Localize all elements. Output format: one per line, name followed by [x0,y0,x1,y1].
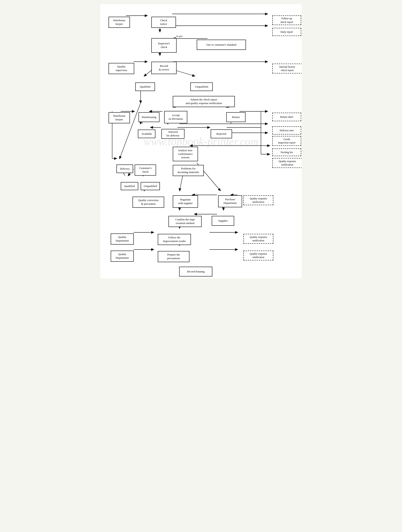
packing-list-box: Packing list [272,148,301,156]
internal-factory-label: Internal factorycheck report [279,65,295,72]
record-keeping-box: Record keeping [179,267,212,277]
qualified-1-label: Qualified [140,85,150,89]
analyze-box: Analyze non-conformancereasons [173,147,198,161]
record-keeping-label: Record keeping [187,270,205,273]
daily-report-label: Daily report [280,30,293,34]
quality-supervisor-box: Qualitysupervisor [108,63,134,74]
unqualified-2-label: Unqualified [144,184,157,188]
quality-response-3-label: Quality responsenotification [250,235,267,242]
accept-deviation-label: Accepton Deviation [169,114,183,121]
quality-correction-box: Quality correction& precaution [132,196,164,208]
available-box: Available [138,130,155,138]
supplier-box: Supplier [212,216,234,226]
internal-factory-box: Internal factorycheck report [272,63,302,73]
quality-response-1-box: Quality responsenotification [272,158,302,168]
quality-correction-label: Quality correction& precaution [138,198,159,206]
rejected-box: Rejected [211,129,232,138]
quality-response-4-label: Quality responsenotification [250,252,267,259]
qualified-2-label: Qualified [124,184,135,188]
prepare-precautions-box: Prepare theprecautions [158,251,189,262]
purchase-dept-label: PurchaseDepartment [223,198,237,205]
warehouse-keeper-2-label: Warehousekeeper [113,114,125,121]
goods-inspection-box: Goodsinspection report [272,136,301,146]
quality-dept-2-label: QualityDepartment [116,253,129,260]
unqualified-1-label: Unqualified [195,85,208,89]
unqualified-1-box: Unqualified [190,82,213,91]
check-notice-box: Checknotice [151,17,176,28]
followup-check-box: Follow-upcheck report [272,15,301,25]
delivery-box: Delivery [116,165,133,173]
delivery-label: Delivery [120,167,130,171]
confirm-improvement-label: Confirm the improvement method [175,218,195,225]
return-sheet-box: Return sheet [272,113,301,121]
quality-dept-1-label: QualityDepartment [116,235,129,243]
qualified-1-box: Qualified [135,82,155,91]
negotiate-box: Negotiatewith supplier [173,195,198,208]
customers-check-box: Customer'scheck [135,165,156,176]
flowchart: Warehouse keeper Checknotice Follow-upch… [105,11,297,272]
submit-check-label: Submit the check reportand quality respo… [186,98,222,105]
quality-dept-1-box: QualityDepartment [111,234,134,245]
selected-delivery-box: Selectedfor delivery [161,129,184,139]
prepare-precautions-label: Prepare theprecautions [167,253,180,260]
quality-response-4-box: Quality responsenotification [243,251,273,260]
return-sheet-label: Return sheet [280,115,293,119]
delivery-note-box: Delivery note [272,126,301,134]
analyze-label: Analyze non-conformancereasons [178,149,193,159]
delivery-note-label: Delivery note [280,129,294,132]
warehouse-keeper-2-box: Warehousekeeper [108,112,130,123]
inspectors-check-box: Inspector'scheck [151,38,177,53]
record-review-label: Record& review [159,64,169,71]
problems-incoming-box: Problems forincoming materials [173,165,204,176]
quality-dept-2-box: QualityDepartment [111,251,134,262]
quality-response-1-label: Quality responsenotification [279,159,296,166]
quality-response-3-box: Quality responsenotification [243,234,273,244]
return-box: Return [226,112,245,122]
unqualified-2-box: Unqualified [141,182,160,190]
selected-delivery-label: Selectedfor delivery [166,130,179,138]
negotiate-label: Negotiatewith supplier [178,198,193,205]
check-notice-label: Checknotice [160,19,167,26]
submit-check-box: Submit the check reportand quality respo… [173,96,235,107]
quality-supervisor-label: Qualitysupervisor [116,65,127,72]
quality-response-2-box: Quality responsenotification [243,195,273,205]
customers-check-label: Customer'scheck [139,166,151,174]
supplier-label: Supplier [218,219,227,223]
available-label: Available [141,132,152,136]
our-customer-standard-box: Our or customer's standard [197,40,246,50]
follow-improvement-label: Follow theimprovement results [163,236,186,243]
warehousing-label: Warehousing [142,115,156,119]
problems-incoming-label: Problems forincoming materials [177,167,199,174]
confirm-improvement-box: Confirm the improvement method [169,216,202,227]
our-customer-standard-label: Our or customer's standard [206,43,236,47]
follow-improvement-box: Follow theimprovement results [158,234,191,245]
warehousing-box: Warehousing [138,112,159,122]
packing-list-label: Packing list [281,151,293,154]
warehouse-keeper-1-box: Warehouse keeper [108,17,130,28]
return-label: Return [232,115,239,119]
record-review-box: Record& review [151,62,177,74]
rejected-label: Rejected [216,132,226,136]
followup-check-label: Follow-upcheck report [280,17,293,24]
warehouse-keeper-1-label: Warehouse keeper [110,19,128,26]
inspectors-check-label: Inspector'scheck [158,42,170,49]
goods-inspection-label: Goodsinspection report [278,138,295,144]
purchase-dept-box: PurchaseDepartment [218,195,242,207]
qualified-2-box: Qualified [121,182,138,190]
accept-deviation-box: Accepton Deviation [164,111,187,123]
page: www.topbook-printer.com As per [100,4,302,279]
daily-report-box: Daily report [272,28,301,36]
quality-response-2-label: Quality responsenotification [250,197,267,204]
